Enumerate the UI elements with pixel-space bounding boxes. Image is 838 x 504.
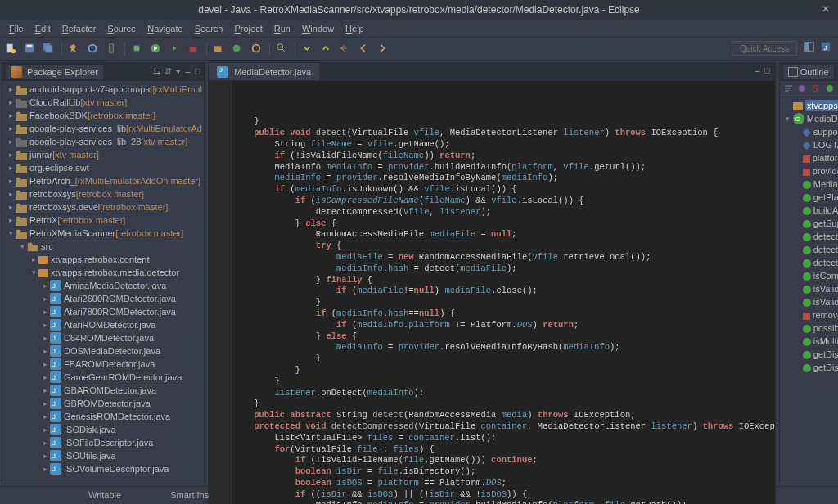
code-line[interactable]: List<VirtualFile> files = container.list… [233, 433, 775, 444]
file-DOSMediaDetector.java[interactable]: DOSMediaDetector.java [4, 344, 202, 358]
menu-navigate[interactable]: Navigate [142, 24, 188, 34]
code-line[interactable]: } [233, 376, 775, 388]
last-edit-icon[interactable] [339, 43, 352, 56]
outline-member-removeNumbers(String)[interactable]: removeNumbers(String) : String [782, 308, 838, 322]
code-line[interactable]: } [233, 353, 775, 365]
code-line[interactable]: detectCompressed(vfile, listener); [233, 207, 775, 218]
code-line[interactable]: } finally { [233, 275, 775, 286]
outline-member-isCompressedFileName(String)[interactable]: isCompressedFileName(String) : bo [782, 269, 838, 282]
search-icon[interactable] [276, 43, 289, 56]
outline-member-detectCompressed(VirtualFile, Med[interactable]: detectCompressed(VirtualFile, Med [782, 256, 838, 269]
project-retroboxsys[interactable]: retroboxsys [retrobox master] [4, 187, 202, 200]
outline-member-getDiskNumber(Platform, String)[interactable]: getDiskNumber(Platform, String) [782, 348, 838, 361]
project-google-play-services_lib_28[interactable]: google-play-services_lib_28 [xtv master] [4, 135, 202, 148]
outline-member-platform[interactable]: platform : Platform [782, 151, 838, 164]
arrow-icon[interactable] [6, 200, 16, 214]
forward-icon[interactable] [376, 43, 390, 56]
outline-tree[interactable]: xtvapps.retrobox.media.detectorMediaDete… [780, 97, 838, 484]
menu-refactor[interactable]: Refactor [56, 24, 102, 34]
package-explorer-tree[interactable]: android-support-v7-appcompat [rxMultiEmu… [2, 81, 204, 484]
code-line[interactable]: MediaInfo mediaInfo = provider.buildMedi… [233, 162, 775, 173]
outline-member-detect(VirtualFile, MediaDetectorLi[interactable]: detect(VirtualFile, MediaDetectorLi [782, 230, 838, 243]
skip-icon[interactable] [87, 43, 100, 56]
debug-icon[interactable] [131, 43, 144, 56]
project-junrar[interactable]: junrar [xtv master] [4, 148, 202, 161]
save-icon[interactable] [24, 43, 37, 56]
project-RetroX[interactable]: RetroX [retrobox master] [4, 214, 202, 227]
new-pkg-icon[interactable] [213, 43, 226, 56]
project-org.eclipse.swt[interactable]: org.eclipse.swt [4, 161, 202, 174]
code-editor[interactable]: } public void detect(VirtualFile vfile, … [209, 81, 775, 504]
arrow-icon[interactable] [40, 449, 50, 462]
project-CloudRailLib[interactable]: CloudRailLib [xtv master] [4, 96, 202, 109]
code-line[interactable]: boolean isDir = file.isDirectory(); [233, 466, 775, 478]
outline-member-LOGTAG[interactable]: LOGTAG : String [782, 138, 838, 151]
minimize-icon[interactable]: ‒ [755, 65, 760, 78]
file-GenesisROMDetector.java[interactable]: GenesisROMDetector.java [4, 410, 202, 423]
menu-edit[interactable]: Edit [29, 24, 56, 34]
new-icon[interactable] [5, 43, 18, 56]
quick-access[interactable]: Quick Access [732, 41, 797, 56]
file-GBROMDetector.java[interactable]: GBROMDetector.java [4, 397, 202, 410]
arrow-icon[interactable] [6, 148, 16, 161]
arrow-icon[interactable] [40, 292, 50, 305]
save-all-icon[interactable] [43, 43, 56, 56]
file-Atari7800ROMDetector.java[interactable]: Atari7800ROMDetector.java [4, 305, 202, 318]
outline-member-getDiskName(Platform, String)[interactable]: getDiskName(Platform, String) : S [782, 361, 838, 374]
arrow-icon[interactable] [6, 161, 16, 174]
hide-nonpublic-icon[interactable] [825, 83, 836, 94]
ext-tools-icon[interactable] [187, 43, 200, 56]
outline-member-isValidFile(VirtualFile)[interactable]: isValidFile(VirtualFile) : boolean [782, 282, 838, 295]
file-AmigaMediaDetector.java[interactable]: AmigaMediaDetector.java [4, 279, 202, 292]
prev-annot-icon[interactable] [320, 43, 333, 56]
arrow-icon[interactable] [29, 253, 38, 266]
code-line[interactable]: try { [233, 241, 775, 252]
menu-window[interactable]: Window [296, 24, 340, 34]
file-C64ROMDetector.java[interactable]: C64ROMDetector.java [4, 331, 202, 344]
link-editor-icon[interactable]: ⇵ [164, 66, 172, 77]
java-perspective-icon[interactable]: J [820, 41, 833, 54]
arrow-icon[interactable] [40, 384, 50, 397]
code-line[interactable]: if (mediaFile!=null) mediaFile.close(); [233, 286, 775, 297]
package-detector[interactable]: xtvapps.retrobox.media.detector [4, 266, 202, 279]
package-content[interactable]: xtvapps.retrobox.content [4, 253, 202, 266]
outline-member-isValidFileName(String)[interactable]: isValidFileName(String) : boolean [782, 295, 838, 308]
code-line[interactable]: mediaFile = new RandomAccessMediaFile(vf… [233, 252, 775, 263]
code-line[interactable]: if (isCompressedFileName(fileName) && vf… [233, 196, 775, 207]
editor-gutter[interactable] [209, 81, 232, 504]
arrow-icon[interactable] [6, 122, 16, 135]
menu-file[interactable]: File [3, 24, 29, 34]
file-GameGearROMDetector.java[interactable]: GameGearROMDetector.java [4, 371, 202, 384]
project-RetroArch_[interactable]: RetroArch_ [rxMultiEmulatorAddOn master] [4, 174, 202, 187]
window-close-icon[interactable]: ✕ [822, 3, 831, 13]
arrow-icon[interactable] [40, 279, 50, 292]
editor-tab-mediadetector[interactable]: MediaDetector.java [209, 63, 319, 80]
hide-static-icon[interactable]: S [811, 83, 822, 94]
code-line[interactable]: mediaInfo = provider.resolveMediaInfoByN… [233, 173, 775, 184]
open-perspective-icon[interactable] [804, 41, 817, 54]
code-line[interactable]: if (mediaInfo.isUnknown() && vfile.isLoc… [233, 184, 775, 196]
code-line[interactable]: public abstract String detect(RandomAcce… [233, 410, 775, 421]
project-android-support-v7-appcompat[interactable]: android-support-v7-appcompat [rxMultiEmu… [4, 83, 202, 96]
arrow-icon[interactable] [40, 305, 50, 318]
outline-package[interactable]: xtvapps.retrobox.media.detector [782, 99, 838, 112]
file-ISOFileDescriptor.java[interactable]: ISOFileDescriptor.java [4, 436, 202, 449]
phone-icon[interactable] [106, 43, 119, 56]
arrow-icon[interactable] [6, 227, 16, 240]
open-type-icon[interactable] [250, 43, 264, 56]
code-line[interactable]: mediaInfo.hash = detect(mediaFile); [233, 263, 775, 275]
src-folder[interactable]: src [4, 240, 202, 253]
outline-member-provider[interactable]: provider : MediaInfoProvider [782, 164, 838, 178]
menu-project[interactable]: Project [229, 24, 268, 34]
code-line[interactable]: } [233, 116, 775, 128]
arrow-icon[interactable] [6, 96, 16, 109]
arrow-icon[interactable] [783, 112, 793, 125]
sort-icon[interactable] [783, 83, 794, 94]
outline-member-detect(RandomAccessMedia)[interactable]: detect(RandomAccessMedia) : Stri [782, 243, 838, 256]
arrow-icon[interactable] [40, 397, 50, 410]
new-type-icon[interactable] [232, 43, 245, 56]
code-line[interactable]: if ((isDir && isDOS) || (!isDir && !isDO… [233, 489, 775, 501]
package-explorer-tab[interactable]: Package Explorer [6, 65, 103, 79]
arrow-icon[interactable] [6, 83, 16, 96]
minimize-icon[interactable]: ‒ [185, 66, 191, 77]
